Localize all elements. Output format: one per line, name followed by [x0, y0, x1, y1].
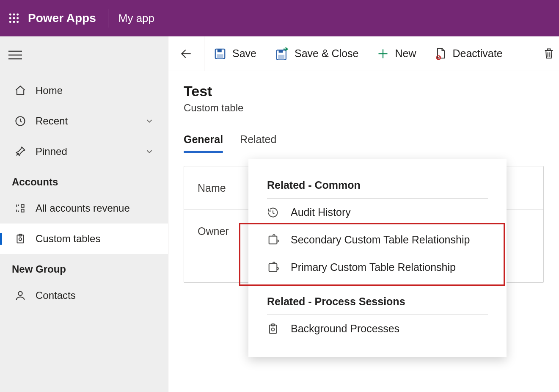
page-subtitle: Custom table — [184, 102, 544, 114]
svg-point-4 — [13, 17, 15, 19]
puzzle-icon — [267, 234, 279, 246]
svg-point-7 — [13, 21, 15, 23]
svg-point-0 — [9, 14, 11, 16]
dropdown-item-label: Secondary Custom Table Relationship — [291, 234, 470, 246]
nav-label: Custom tables — [36, 233, 156, 245]
svg-rect-22 — [278, 55, 284, 59]
dropdown-item-label: Background Processes — [291, 323, 399, 335]
clipboard-icon — [12, 233, 29, 244]
brand-label: Power Apps — [28, 11, 108, 25]
nav-contacts[interactable]: Contacts — [0, 280, 168, 311]
tab-strip: General Related — [184, 131, 544, 153]
svg-rect-21 — [279, 50, 283, 52]
app-launcher-button[interactable] — [0, 0, 28, 36]
clipboard-gear-icon — [267, 323, 279, 335]
form-panel: Name Owner Related - Common Audit Histor… — [184, 166, 544, 283]
svg-rect-18 — [218, 49, 222, 52]
app-root: Power Apps My app — [0, 0, 559, 392]
nav-pinned[interactable]: Pinned — [0, 136, 168, 167]
waffle-icon — [8, 13, 19, 24]
delete-button[interactable] — [534, 36, 559, 71]
svg-point-16 — [18, 292, 22, 295]
primary-nav: Home Recent Pinned — [0, 71, 168, 311]
tab-general[interactable]: General — [184, 131, 223, 153]
pin-icon — [12, 146, 29, 157]
save-close-button[interactable]: Save & Close — [266, 36, 368, 71]
svg-point-15 — [19, 238, 22, 241]
tab-related[interactable]: Related — [240, 131, 276, 153]
nav-label: Contacts — [36, 290, 156, 301]
trash-icon — [543, 47, 555, 60]
history-icon — [267, 207, 279, 218]
nav-section-accounts: Accounts — [0, 167, 168, 193]
svg-point-5 — [17, 17, 19, 19]
back-arrow-icon — [179, 47, 193, 61]
save-button[interactable]: Save — [204, 36, 266, 71]
content-area: Save Save & Close New — [168, 36, 559, 392]
related-group-common: Related - Common — [248, 171, 507, 198]
nav-recent[interactable]: Recent — [0, 106, 168, 136]
plus-icon — [377, 48, 389, 60]
environment-label: My app — [108, 12, 154, 25]
related-item-audit-history[interactable]: Audit History — [248, 199, 507, 226]
top-app-bar: Power Apps My app — [0, 0, 559, 36]
svg-point-8 — [17, 21, 19, 23]
svg-point-3 — [9, 17, 11, 19]
deactivate-button[interactable]: Deactivate — [425, 36, 512, 71]
save-close-icon — [275, 47, 289, 60]
related-group-process: Related - Process Sessions — [248, 281, 507, 315]
hamburger-icon — [8, 50, 22, 60]
svg-rect-29 — [269, 236, 277, 244]
nav-all-accounts-revenue[interactable]: All accounts revenue — [0, 193, 168, 224]
puzzle-icon — [267, 262, 279, 273]
nav-custom-tables[interactable]: Custom tables — [0, 224, 168, 254]
back-button[interactable] — [168, 36, 204, 71]
dropdown-item-label: Audit History — [291, 206, 351, 218]
svg-point-6 — [9, 21, 11, 23]
cmd-label: New — [395, 47, 416, 60]
nav-label: Home — [36, 85, 156, 97]
svg-point-1 — [13, 14, 15, 16]
nav-label: Recent — [36, 115, 143, 127]
nav-section-new-group: New Group — [0, 254, 168, 280]
cmd-label: Save — [232, 47, 256, 60]
svg-point-2 — [17, 14, 19, 16]
related-dropdown: Related - Common Audit History Secondary… — [248, 159, 507, 357]
sidebar-toggle-button[interactable] — [0, 39, 30, 71]
nav-label: Pinned — [36, 146, 143, 157]
field-label-name: Name — [198, 182, 226, 194]
nav-label: All accounts revenue — [36, 202, 156, 214]
related-item-primary-rel[interactable]: Primary Custom Table Relationship — [248, 254, 507, 281]
new-button[interactable]: New — [368, 36, 425, 71]
chart-icon — [12, 203, 29, 214]
command-bar: Save Save & Close New — [168, 36, 559, 71]
cmd-label: Save & Close — [295, 47, 358, 60]
svg-rect-19 — [217, 54, 223, 58]
related-item-secondary-rel[interactable]: Secondary Custom Table Relationship — [248, 226, 507, 254]
field-label-owner: Owner — [198, 225, 229, 237]
deactivate-icon — [435, 47, 446, 60]
body-layout: Home Recent Pinned — [0, 36, 559, 392]
nav-home[interactable]: Home — [0, 75, 168, 106]
related-item-background-processes[interactable]: Background Processes — [248, 315, 507, 342]
cmd-label: Deactivate — [452, 47, 502, 60]
svg-point-33 — [272, 328, 275, 331]
home-icon — [12, 85, 29, 97]
save-icon — [214, 47, 226, 60]
page-body: Test Custom table General Related Name O… — [168, 71, 559, 295]
page-title: Test — [184, 83, 544, 99]
chevron-down-icon — [143, 116, 156, 126]
dropdown-item-label: Primary Custom Table Relationship — [291, 261, 456, 273]
svg-rect-30 — [269, 263, 277, 271]
chevron-down-icon — [143, 147, 156, 156]
sidebar: Home Recent Pinned — [0, 36, 168, 392]
clock-icon — [12, 115, 29, 127]
person-icon — [12, 290, 29, 301]
